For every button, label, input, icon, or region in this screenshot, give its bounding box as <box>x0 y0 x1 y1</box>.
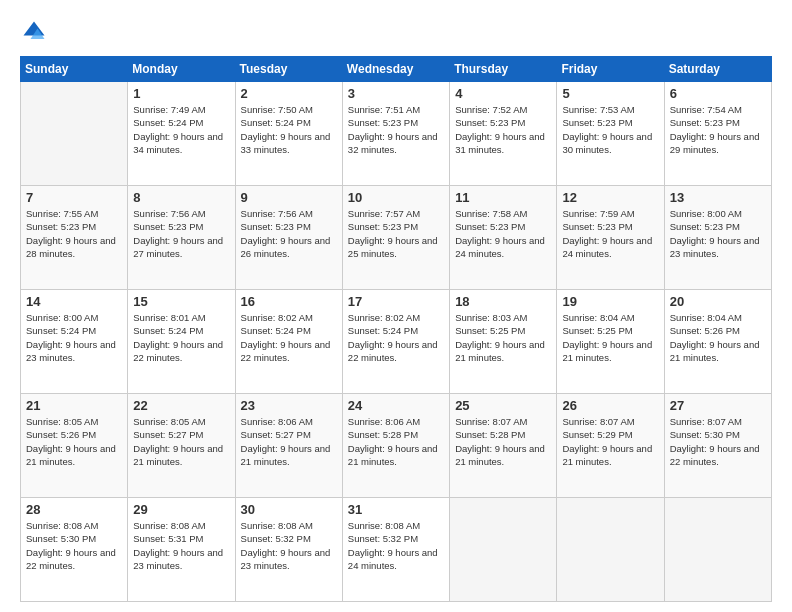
day-number: 17 <box>348 294 444 309</box>
day-number: 10 <box>348 190 444 205</box>
day-info: Sunrise: 8:00 AMSunset: 5:24 PMDaylight:… <box>26 311 122 364</box>
day-number: 30 <box>241 502 337 517</box>
week-row-5: 28Sunrise: 8:08 AMSunset: 5:30 PMDayligh… <box>21 498 772 602</box>
day-number: 21 <box>26 398 122 413</box>
day-info: Sunrise: 7:57 AMSunset: 5:23 PMDaylight:… <box>348 207 444 260</box>
day-number: 20 <box>670 294 766 309</box>
day-info: Sunrise: 8:08 AMSunset: 5:32 PMDaylight:… <box>348 519 444 572</box>
day-info: Sunrise: 8:04 AMSunset: 5:26 PMDaylight:… <box>670 311 766 364</box>
weekday-header-saturday: Saturday <box>664 57 771 82</box>
day-info: Sunrise: 8:02 AMSunset: 5:24 PMDaylight:… <box>348 311 444 364</box>
day-info: Sunrise: 7:56 AMSunset: 5:23 PMDaylight:… <box>241 207 337 260</box>
week-row-1: 1Sunrise: 7:49 AMSunset: 5:24 PMDaylight… <box>21 82 772 186</box>
weekday-header-sunday: Sunday <box>21 57 128 82</box>
day-number: 5 <box>562 86 658 101</box>
day-number: 31 <box>348 502 444 517</box>
calendar-cell-3-4: 25Sunrise: 8:07 AMSunset: 5:28 PMDayligh… <box>450 394 557 498</box>
header <box>20 18 772 46</box>
calendar-cell-3-2: 23Sunrise: 8:06 AMSunset: 5:27 PMDayligh… <box>235 394 342 498</box>
day-number: 9 <box>241 190 337 205</box>
day-number: 12 <box>562 190 658 205</box>
day-number: 22 <box>133 398 229 413</box>
calendar-cell-3-5: 26Sunrise: 8:07 AMSunset: 5:29 PMDayligh… <box>557 394 664 498</box>
logo <box>20 18 52 46</box>
calendar-cell-3-1: 22Sunrise: 8:05 AMSunset: 5:27 PMDayligh… <box>128 394 235 498</box>
calendar-cell-2-3: 17Sunrise: 8:02 AMSunset: 5:24 PMDayligh… <box>342 290 449 394</box>
day-number: 19 <box>562 294 658 309</box>
day-info: Sunrise: 8:02 AMSunset: 5:24 PMDaylight:… <box>241 311 337 364</box>
calendar-cell-2-2: 16Sunrise: 8:02 AMSunset: 5:24 PMDayligh… <box>235 290 342 394</box>
calendar-cell-3-0: 21Sunrise: 8:05 AMSunset: 5:26 PMDayligh… <box>21 394 128 498</box>
day-number: 7 <box>26 190 122 205</box>
calendar-cell-4-5 <box>557 498 664 602</box>
day-number: 3 <box>348 86 444 101</box>
calendar-table: SundayMondayTuesdayWednesdayThursdayFrid… <box>20 56 772 602</box>
day-number: 23 <box>241 398 337 413</box>
calendar-cell-1-0: 7Sunrise: 7:55 AMSunset: 5:23 PMDaylight… <box>21 186 128 290</box>
calendar-cell-2-5: 19Sunrise: 8:04 AMSunset: 5:25 PMDayligh… <box>557 290 664 394</box>
day-number: 13 <box>670 190 766 205</box>
day-info: Sunrise: 8:06 AMSunset: 5:28 PMDaylight:… <box>348 415 444 468</box>
calendar-cell-1-4: 11Sunrise: 7:58 AMSunset: 5:23 PMDayligh… <box>450 186 557 290</box>
calendar-cell-2-6: 20Sunrise: 8:04 AMSunset: 5:26 PMDayligh… <box>664 290 771 394</box>
day-number: 29 <box>133 502 229 517</box>
day-info: Sunrise: 8:01 AMSunset: 5:24 PMDaylight:… <box>133 311 229 364</box>
day-number: 1 <box>133 86 229 101</box>
weekday-header-monday: Monday <box>128 57 235 82</box>
day-number: 18 <box>455 294 551 309</box>
day-info: Sunrise: 7:50 AMSunset: 5:24 PMDaylight:… <box>241 103 337 156</box>
day-info: Sunrise: 7:56 AMSunset: 5:23 PMDaylight:… <box>133 207 229 260</box>
day-info: Sunrise: 8:04 AMSunset: 5:25 PMDaylight:… <box>562 311 658 364</box>
calendar-cell-2-1: 15Sunrise: 8:01 AMSunset: 5:24 PMDayligh… <box>128 290 235 394</box>
day-info: Sunrise: 8:08 AMSunset: 5:31 PMDaylight:… <box>133 519 229 572</box>
weekday-header-row: SundayMondayTuesdayWednesdayThursdayFrid… <box>21 57 772 82</box>
day-number: 28 <box>26 502 122 517</box>
day-number: 26 <box>562 398 658 413</box>
calendar-cell-3-3: 24Sunrise: 8:06 AMSunset: 5:28 PMDayligh… <box>342 394 449 498</box>
calendar-cell-0-1: 1Sunrise: 7:49 AMSunset: 5:24 PMDaylight… <box>128 82 235 186</box>
day-info: Sunrise: 7:51 AMSunset: 5:23 PMDaylight:… <box>348 103 444 156</box>
calendar-cell-0-4: 4Sunrise: 7:52 AMSunset: 5:23 PMDaylight… <box>450 82 557 186</box>
day-info: Sunrise: 7:52 AMSunset: 5:23 PMDaylight:… <box>455 103 551 156</box>
day-info: Sunrise: 7:59 AMSunset: 5:23 PMDaylight:… <box>562 207 658 260</box>
day-number: 4 <box>455 86 551 101</box>
calendar-cell-4-6 <box>664 498 771 602</box>
weekday-header-thursday: Thursday <box>450 57 557 82</box>
day-info: Sunrise: 7:49 AMSunset: 5:24 PMDaylight:… <box>133 103 229 156</box>
week-row-2: 7Sunrise: 7:55 AMSunset: 5:23 PMDaylight… <box>21 186 772 290</box>
day-number: 15 <box>133 294 229 309</box>
calendar-cell-3-6: 27Sunrise: 8:07 AMSunset: 5:30 PMDayligh… <box>664 394 771 498</box>
day-number: 6 <box>670 86 766 101</box>
calendar-cell-0-6: 6Sunrise: 7:54 AMSunset: 5:23 PMDaylight… <box>664 82 771 186</box>
svg-marker-0 <box>24 22 45 36</box>
calendar-cell-0-3: 3Sunrise: 7:51 AMSunset: 5:23 PMDaylight… <box>342 82 449 186</box>
week-row-3: 14Sunrise: 8:00 AMSunset: 5:24 PMDayligh… <box>21 290 772 394</box>
day-number: 24 <box>348 398 444 413</box>
calendar-cell-1-1: 8Sunrise: 7:56 AMSunset: 5:23 PMDaylight… <box>128 186 235 290</box>
logo-icon <box>20 18 48 46</box>
calendar-cell-4-3: 31Sunrise: 8:08 AMSunset: 5:32 PMDayligh… <box>342 498 449 602</box>
day-info: Sunrise: 8:06 AMSunset: 5:27 PMDaylight:… <box>241 415 337 468</box>
day-info: Sunrise: 7:58 AMSunset: 5:23 PMDaylight:… <box>455 207 551 260</box>
day-info: Sunrise: 8:05 AMSunset: 5:26 PMDaylight:… <box>26 415 122 468</box>
calendar-cell-4-1: 29Sunrise: 8:08 AMSunset: 5:31 PMDayligh… <box>128 498 235 602</box>
day-number: 16 <box>241 294 337 309</box>
day-info: Sunrise: 8:07 AMSunset: 5:29 PMDaylight:… <box>562 415 658 468</box>
day-info: Sunrise: 7:53 AMSunset: 5:23 PMDaylight:… <box>562 103 658 156</box>
day-info: Sunrise: 7:54 AMSunset: 5:23 PMDaylight:… <box>670 103 766 156</box>
calendar-cell-0-5: 5Sunrise: 7:53 AMSunset: 5:23 PMDaylight… <box>557 82 664 186</box>
calendar-cell-1-5: 12Sunrise: 7:59 AMSunset: 5:23 PMDayligh… <box>557 186 664 290</box>
day-number: 11 <box>455 190 551 205</box>
calendar-cell-4-2: 30Sunrise: 8:08 AMSunset: 5:32 PMDayligh… <box>235 498 342 602</box>
day-info: Sunrise: 7:55 AMSunset: 5:23 PMDaylight:… <box>26 207 122 260</box>
calendar-cell-1-6: 13Sunrise: 8:00 AMSunset: 5:23 PMDayligh… <box>664 186 771 290</box>
day-info: Sunrise: 8:07 AMSunset: 5:30 PMDaylight:… <box>670 415 766 468</box>
calendar-cell-0-2: 2Sunrise: 7:50 AMSunset: 5:24 PMDaylight… <box>235 82 342 186</box>
calendar-cell-2-4: 18Sunrise: 8:03 AMSunset: 5:25 PMDayligh… <box>450 290 557 394</box>
day-number: 27 <box>670 398 766 413</box>
calendar-cell-2-0: 14Sunrise: 8:00 AMSunset: 5:24 PMDayligh… <box>21 290 128 394</box>
weekday-header-tuesday: Tuesday <box>235 57 342 82</box>
day-info: Sunrise: 8:05 AMSunset: 5:27 PMDaylight:… <box>133 415 229 468</box>
calendar-cell-1-3: 10Sunrise: 7:57 AMSunset: 5:23 PMDayligh… <box>342 186 449 290</box>
day-number: 2 <box>241 86 337 101</box>
